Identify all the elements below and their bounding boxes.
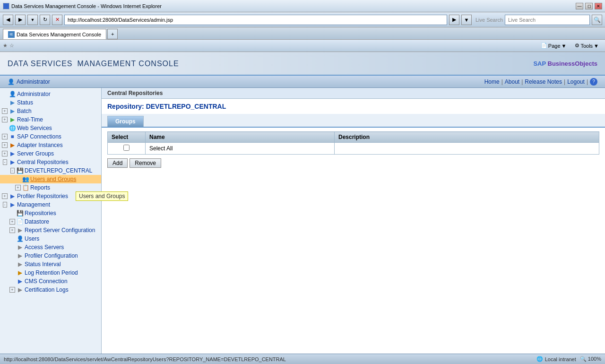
- tree-label-access: Access Servers: [25, 244, 64, 251]
- certlog-icon: ▶: [16, 286, 24, 294]
- tree-toggle-13[interactable]: -: [2, 202, 8, 208]
- sidebar-item-access[interactable]: ▶Access Servers: [0, 243, 101, 251]
- sidebar-item-reportcfg[interactable]: +▶Report Server Configuration: [0, 226, 101, 234]
- tools-icon: ⚙: [575, 43, 579, 49]
- tree-toggle-2[interactable]: +: [2, 108, 8, 114]
- description-cell: [335, 143, 599, 155]
- tab-bar: Groups: [102, 114, 605, 128]
- release-notes-link[interactable]: Release Notes: [525, 78, 562, 85]
- dropdown-button[interactable]: ▼: [27, 15, 38, 25]
- access-icon: ▶: [16, 243, 24, 251]
- sidebar-item-users2[interactable]: 👤Users: [0, 234, 101, 243]
- tree-label-realtime: Real-Time: [17, 116, 43, 123]
- action-buttons: Add Remove: [107, 158, 599, 168]
- close-button[interactable]: ✕: [595, 3, 602, 9]
- webservice-icon: 🌐: [9, 124, 16, 132]
- zone-label: Local intranet: [545, 356, 576, 362]
- sidebar-item-log[interactable]: ▶Log Retention Period: [0, 269, 101, 277]
- minimize-button[interactable]: —: [576, 3, 583, 9]
- browser-tab[interactable]: IE Data Services Management Console: [3, 29, 106, 39]
- search-input[interactable]: [505, 15, 590, 25]
- sidebar-item-repo2[interactable]: 💾Repositories: [0, 209, 101, 217]
- tree-toggle-15[interactable]: +: [9, 219, 15, 225]
- home-link[interactable]: Home: [484, 78, 500, 85]
- table-area: Select Name Description Select All: [102, 128, 605, 172]
- search-go-button[interactable]: 🔍: [592, 15, 602, 25]
- logout-link[interactable]: Logout: [567, 78, 585, 85]
- users-and-groups-tooltip: Users and Groups: [76, 191, 128, 201]
- stop-button[interactable]: ✕: [52, 15, 62, 25]
- sidebar-item-status[interactable]: ▶Status: [0, 98, 101, 107]
- sidebar-item-report[interactable]: +📋Reports: [0, 183, 101, 192]
- adapter-icon: ▶: [9, 141, 16, 149]
- tree-toggle-12[interactable]: +: [2, 193, 8, 199]
- browser-title: Data Services Management Console - Windo…: [11, 3, 574, 9]
- page-menu-button[interactable]: 📄 Page ▼: [537, 42, 570, 50]
- address-dropdown[interactable]: ▼: [461, 15, 472, 25]
- sidebar-item-cms[interactable]: ▶CMS Connection: [0, 277, 101, 286]
- browser-toolbar: ◀ ▶ ▼ ↻ ✕ ▶ ▼ Live Search 🔍: [0, 12, 605, 27]
- help-icon[interactable]: ?: [590, 78, 597, 86]
- users2-icon: 👤: [16, 235, 24, 243]
- sidebar-item-repo[interactable]: -▶Central Repositories: [0, 158, 101, 166]
- tree-label-status: Status: [17, 99, 33, 106]
- sidebar-item-manage[interactable]: -▶Management: [0, 200, 101, 209]
- sidebar-item-db[interactable]: -💾DEVETLREPO_CENTRAL: [0, 166, 101, 175]
- go-button[interactable]: ▶: [449, 15, 459, 25]
- tree-toggle-9[interactable]: -: [9, 168, 15, 173]
- forward-button[interactable]: ▶: [15, 15, 26, 25]
- profiler-icon: ▶: [9, 192, 16, 200]
- groups-tab[interactable]: Groups: [107, 116, 144, 127]
- tree-label-adapter: Adapter Instances: [17, 142, 63, 148]
- select-all-checkbox[interactable]: [123, 145, 130, 151]
- sidebar-item-certlog[interactable]: +▶Certification Logs: [0, 286, 101, 294]
- new-tab-button[interactable]: +: [107, 29, 118, 39]
- table-row: Select All: [108, 143, 599, 155]
- batch-icon: ▶: [9, 107, 16, 115]
- sidebar-item-adapter[interactable]: +▶Adapter Instances: [0, 141, 101, 149]
- tools-dropdown-icon: ▼: [594, 43, 599, 49]
- sidebar-item-profilrcfg[interactable]: ▶Profiler Configuration: [0, 251, 101, 260]
- tree-toggle-16[interactable]: +: [9, 227, 15, 233]
- tree-toggle-7[interactable]: +: [2, 151, 8, 156]
- datastore-icon: 📄: [16, 218, 24, 225]
- tree-toggle-23[interactable]: +: [9, 287, 15, 293]
- page-icon: 📄: [541, 43, 547, 49]
- tree-toggle-8[interactable]: -: [2, 159, 8, 165]
- tree-label-log: Log Retention Period: [25, 269, 78, 276]
- sidebar-item-realtime[interactable]: +▶Real-Time: [0, 115, 101, 124]
- tree-toggle-3[interactable]: +: [2, 117, 8, 122]
- sidebar-item-sap[interactable]: +■SAP Connections: [0, 132, 101, 141]
- sidebar-item-datastore[interactable]: +📄Datastore: [0, 217, 101, 226]
- remove-button[interactable]: Remove: [130, 158, 161, 168]
- select-all-label: Select All: [146, 143, 335, 155]
- restore-button[interactable]: ◻: [585, 3, 593, 9]
- tree-toggle-11[interactable]: +: [15, 185, 21, 191]
- favorites-icon: ☆: [9, 43, 14, 49]
- cms-icon: ▶: [16, 277, 24, 285]
- sidebar-item-batch[interactable]: +▶Batch: [0, 107, 101, 115]
- tree-toggle-5[interactable]: +: [2, 134, 8, 139]
- tree-label-users2: Users: [25, 235, 39, 242]
- refresh-button[interactable]: ↻: [40, 15, 50, 25]
- tree-label-certlog: Certification Logs: [25, 286, 69, 293]
- add-button[interactable]: Add: [107, 158, 128, 168]
- sidebar-item-users[interactable]: 👥Users and Groups: [0, 175, 101, 183]
- tab-label: Data Services Management Console: [17, 32, 101, 37]
- app-subtitle: MANAGEMENT CONSOLE: [78, 60, 179, 68]
- admin-user-link[interactable]: Administrator: [17, 78, 50, 85]
- groups-table: Select Name Description Select All: [107, 131, 599, 155]
- sidebar-item-webservice[interactable]: 🌐Web Services: [0, 124, 101, 132]
- tools-menu-button[interactable]: ⚙ Tools ▼: [571, 42, 602, 50]
- back-button[interactable]: ◀: [3, 15, 13, 25]
- tree-label-repo2: Repositories: [25, 210, 56, 217]
- sidebar-item-admin[interactable]: 👤Administrator: [0, 90, 101, 98]
- tree-label-batch: Batch: [17, 108, 32, 114]
- tree-toggle-6[interactable]: +: [2, 142, 8, 148]
- sidebar-item-interval[interactable]: ▶Status Interval: [0, 260, 101, 269]
- about-link[interactable]: About: [505, 78, 519, 85]
- col-select: Select: [108, 132, 146, 143]
- address-bar[interactable]: [64, 15, 447, 25]
- sidebar-item-server[interactable]: +▶Server Groups: [0, 149, 101, 158]
- server-icon: ▶: [9, 150, 16, 157]
